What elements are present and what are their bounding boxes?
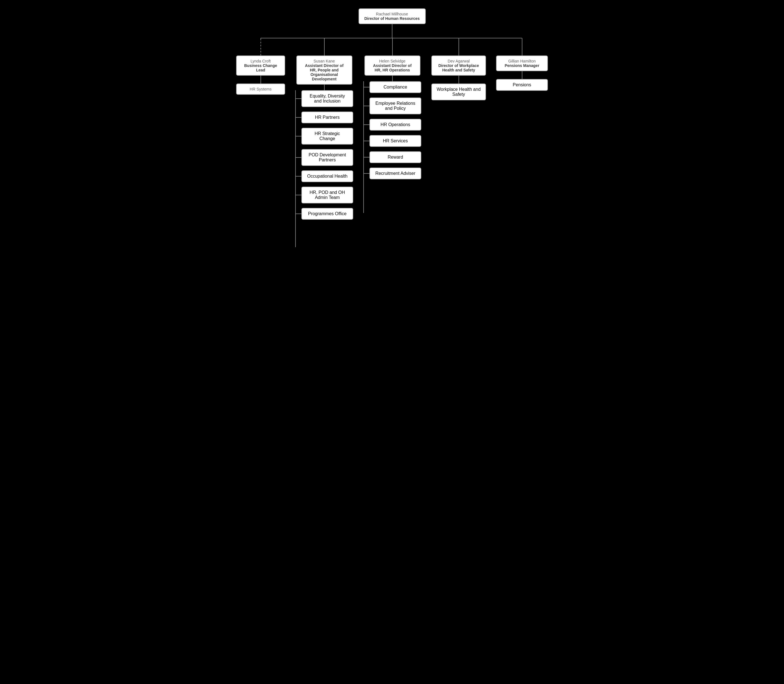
helen-child-5: Reward [364, 151, 421, 163]
label: Occupational Health [307, 174, 347, 179]
branch-helen: Helen Selvidge Assistant Director of HR,… [358, 38, 426, 213]
helen-child-3: HR Operations [364, 119, 421, 131]
susan-child-4: POD Development Partners [296, 149, 353, 166]
root-title: Director of Human Resources [364, 16, 421, 21]
helen-child-4: HR Services [364, 135, 421, 147]
gillian-child-1: Pensions [496, 79, 548, 91]
susan-child-7: Programmes Office [296, 208, 353, 220]
helen-name: Helen Selvidge [369, 59, 415, 63]
helen-child-1: Compliance [364, 81, 421, 93]
gillian-title: Pensions Manager [501, 63, 543, 68]
label: Reward [388, 155, 403, 160]
label: HR Services [383, 139, 408, 143]
branch-gillian: Gillian Hamilton Pensions Manager Pensio… [491, 38, 553, 91]
label: HR, POD and OH Admin Team [309, 190, 345, 200]
helen-node: Helen Selvidge Assistant Director of HR,… [364, 55, 420, 76]
label: Compliance [383, 85, 407, 89]
tier2-connector-area: Lynda Croft Business Change Lead HR Syst… [6, 38, 778, 247]
label: Programmes Office [308, 211, 347, 216]
root-node: Rachael Millhouse Director of Human Reso… [359, 8, 426, 24]
gillian-node: Gillian Hamilton Pensions Manager [496, 55, 548, 71]
label: Recruitment Adviser [375, 171, 415, 176]
label: POD Development Partners [309, 152, 346, 162]
dev-node: Dev Agarwal Director of Workplace Health… [431, 55, 486, 76]
susan-children: Equality, Diversity and Inclusion HR Par… [295, 90, 353, 247]
lynda-name: Lynda Croft [241, 59, 280, 63]
label: Pensions [513, 82, 531, 87]
root-name: Rachael Millhouse [364, 12, 421, 16]
helen-child-6: Recruitment Adviser [364, 168, 421, 179]
label: Equality, Diversity and Inclusion [310, 94, 345, 103]
tier2-row: Lynda Croft Business Change Lead HR Syst… [6, 38, 778, 247]
susan-child-6: HR, POD and OH Admin Team [296, 187, 353, 203]
gillian-name: Gillian Hamilton [501, 59, 543, 63]
susan-title: Assistant Director of HR, People and Org… [301, 63, 347, 81]
label: Employee Relations and Policy [375, 101, 415, 111]
hr-systems-label: HR Systems [241, 87, 280, 91]
root-connector-down [392, 24, 393, 38]
susan-child-1: Equality, Diversity and Inclusion [296, 90, 353, 107]
susan-child-2: HR Partners [296, 111, 353, 123]
helen-child-2: Employee Relations and Policy [364, 97, 421, 115]
dev-title: Director of Workplace Health and Safety [436, 63, 481, 72]
branch-susan: Susan Kane Assistant Director of HR, Peo… [290, 38, 358, 247]
lynda-title: Business Change Lead [241, 63, 280, 72]
susan-node: Susan Kane Assistant Director of HR, Peo… [296, 55, 353, 85]
label: HR Strategic Change [314, 131, 340, 141]
lynda-child-hr-systems: HR Systems [236, 84, 285, 95]
org-chart: Rachael Millhouse Director of Human Reso… [6, 8, 778, 247]
susan-child-3: HR Strategic Change [296, 128, 353, 145]
lynda-connector [261, 39, 261, 55]
susan-name: Susan Kane [301, 59, 347, 63]
label: HR Operations [381, 122, 411, 127]
label: Workplace Health and Safety [437, 87, 481, 97]
helen-title: Assistant Director of HR, HR Operations [369, 63, 415, 72]
dev-child-1: Workplace Health and Safety [431, 84, 486, 100]
dev-name: Dev Agarwal [436, 59, 481, 63]
lynda-node: Lynda Croft Business Change Lead [236, 55, 285, 76]
branch-lynda: Lynda Croft Business Change Lead HR Syst… [231, 38, 290, 95]
branch-dev: Dev Agarwal Director of Workplace Health… [426, 38, 491, 100]
label: HR Partners [315, 115, 340, 119]
susan-child-5: Occupational Health [296, 170, 353, 182]
helen-children: Compliance Employee Relations and Policy… [363, 81, 421, 213]
